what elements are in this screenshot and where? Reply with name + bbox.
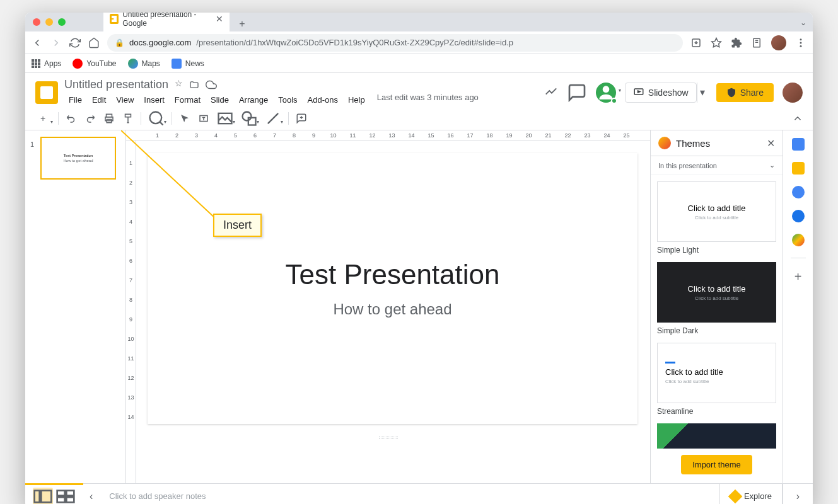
slide-canvas[interactable]: Test Presentation How to get ahead xyxy=(148,153,637,424)
zoom-button[interactable]: ▾ xyxy=(145,110,168,127)
menu-view[interactable]: View xyxy=(112,93,138,107)
menu-slide[interactable]: Slide xyxy=(206,93,233,107)
last-edit-text[interactable]: Last edit was 3 minutes ago xyxy=(377,93,479,107)
youtube-icon xyxy=(73,59,83,69)
extensions-icon[interactable] xyxy=(731,37,742,49)
share-button[interactable]: Share xyxy=(716,83,774,102)
menu-file[interactable]: File xyxy=(64,93,86,107)
apps-shortcut[interactable]: Apps xyxy=(32,59,61,68)
main-area: Insert 1 Test Presentation How to get ah… xyxy=(25,130,813,483)
theme-card[interactable]: Click to add title xyxy=(657,423,776,449)
comment-tool[interactable] xyxy=(293,110,310,127)
slides-logo-icon[interactable] xyxy=(35,81,58,104)
browser-menu-icon[interactable] xyxy=(795,37,806,49)
get-addons-button[interactable]: + xyxy=(794,270,802,284)
themes-section-toggle[interactable]: In this presentation ⌄ xyxy=(651,156,783,175)
speaker-notes-input[interactable]: Click to add speaker notes xyxy=(99,484,720,504)
back-button[interactable] xyxy=(32,37,43,49)
svg-point-11 xyxy=(150,112,162,124)
svg-point-6 xyxy=(602,86,609,93)
browser-tab[interactable]: Untitled presentation - Google ✕ xyxy=(103,13,230,32)
star-icon[interactable]: ☆ xyxy=(175,78,183,91)
new-slide-button[interactable]: +▾ xyxy=(32,110,54,127)
svg-point-4 xyxy=(800,42,802,43)
document-title[interactable]: Untitled presentation xyxy=(64,78,168,91)
menu-help[interactable]: Help xyxy=(344,93,370,107)
grid-view-button[interactable] xyxy=(55,488,76,505)
theme-card[interactable]: Click to add titleClick to add subtitleS… xyxy=(657,262,776,335)
slide-thumbnail[interactable]: Test Presentation How to get ahead xyxy=(40,137,116,180)
bookmark-star-icon[interactable] xyxy=(711,37,722,49)
print-button[interactable] xyxy=(100,110,118,127)
browser-profile-avatar[interactable] xyxy=(771,35,786,50)
menu-format[interactable]: Format xyxy=(170,93,205,107)
textbox-tool[interactable] xyxy=(195,110,212,127)
themes-title: Themes xyxy=(676,138,762,149)
svg-rect-21 xyxy=(66,490,74,495)
theme-name: Simple Light xyxy=(657,246,776,255)
svg-marker-1 xyxy=(712,38,721,47)
maps-addon-icon[interactable] xyxy=(792,234,805,246)
svg-point-5 xyxy=(800,45,802,47)
import-theme-button[interactable]: Import theme xyxy=(681,455,752,474)
explore-icon xyxy=(728,489,743,503)
undo-button[interactable] xyxy=(62,110,80,127)
keep-icon[interactable] xyxy=(792,162,805,175)
bottom-bar: ‹ Click to add speaker notes Explore › xyxy=(25,483,813,504)
side-panel: + xyxy=(783,130,813,483)
theme-card[interactable]: Click to add titleClick to add subtitleS… xyxy=(657,181,776,255)
presence-indicator[interactable]: ▾ xyxy=(596,83,616,103)
hide-menus-button[interactable] xyxy=(789,110,806,127)
comments-button[interactable] xyxy=(567,83,587,103)
activity-dashboard-icon[interactable] xyxy=(544,84,558,101)
filmstrip-view-button[interactable] xyxy=(33,488,53,505)
new-tab-button[interactable]: + xyxy=(235,16,250,32)
tasks-icon[interactable] xyxy=(792,186,805,198)
side-panel-collapse-button[interactable]: › xyxy=(783,484,813,504)
svg-line-16 xyxy=(268,113,278,123)
reload-button[interactable] xyxy=(69,37,81,49)
filmstrip-collapse-button[interactable]: ‹ xyxy=(83,491,99,502)
move-icon[interactable] xyxy=(189,78,199,91)
redo-button[interactable] xyxy=(81,110,99,127)
paint-format-button[interactable] xyxy=(119,110,137,127)
tab-close-icon[interactable]: ✕ xyxy=(216,14,223,23)
slide-title-text[interactable]: Test Presentation xyxy=(286,259,500,290)
bookmark-maps[interactable]: Maps xyxy=(128,59,160,69)
menu-tools[interactable]: Tools xyxy=(274,93,301,107)
menu-insert[interactable]: Insert xyxy=(139,93,169,107)
shape-tool[interactable]: ▾ xyxy=(238,110,260,127)
select-tool[interactable] xyxy=(176,110,194,127)
theme-card[interactable]: Click to add titleClick to add subtitleS… xyxy=(657,343,776,416)
explore-button[interactable]: Explore xyxy=(720,484,783,504)
contacts-icon[interactable] xyxy=(792,210,805,222)
slideshow-dropdown[interactable]: ▾ xyxy=(697,83,707,103)
svg-point-3 xyxy=(800,38,802,40)
minimize-window-icon[interactable] xyxy=(45,18,53,26)
window-menu-icon[interactable]: ⌄ xyxy=(800,18,806,27)
menu-arrange[interactable]: Arrange xyxy=(235,93,272,107)
calendar-icon[interactable] xyxy=(792,138,805,151)
maximize-window-icon[interactable] xyxy=(58,18,66,26)
bookmark-news[interactable]: News xyxy=(172,59,204,69)
menu-bar: File Edit View Insert Format Slide Arran… xyxy=(64,93,538,107)
themes-icon xyxy=(658,137,671,149)
url-path: /presentation/d/1hxWtqwZoiC5Do5VFD1k19sY… xyxy=(196,38,513,47)
account-avatar[interactable] xyxy=(783,83,803,103)
home-button[interactable] xyxy=(88,37,100,49)
line-tool[interactable]: ▾ xyxy=(262,110,284,127)
slide-subtitle-text[interactable]: How to get ahead xyxy=(333,301,451,318)
install-app-icon[interactable] xyxy=(690,37,702,49)
close-window-icon[interactable] xyxy=(33,18,40,26)
themes-close-button[interactable]: ✕ xyxy=(767,137,775,149)
slideshow-button[interactable]: Slideshow xyxy=(625,83,697,103)
menu-edit[interactable]: Edit xyxy=(88,93,110,107)
callout-label: Insert xyxy=(213,214,262,237)
address-bar[interactable]: 🔒 docs.google.com/presentation/d/1hxWtqw… xyxy=(107,34,683,52)
reading-list-icon[interactable] xyxy=(751,37,762,49)
image-tool[interactable]: ▾ xyxy=(214,110,236,127)
menu-addons[interactable]: Add-ons xyxy=(303,93,342,107)
notes-drag-handle[interactable] xyxy=(126,437,650,440)
cloud-status-icon[interactable] xyxy=(206,78,217,91)
bookmark-youtube[interactable]: YouTube xyxy=(73,59,116,69)
